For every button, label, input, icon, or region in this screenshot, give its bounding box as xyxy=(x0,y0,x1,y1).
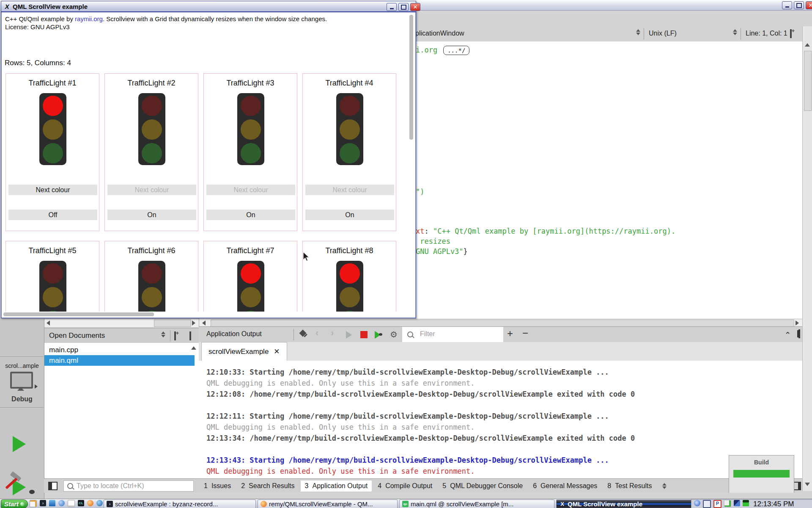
next-colour-button[interactable]: Next colour xyxy=(8,185,97,195)
scroll-right-icon[interactable] xyxy=(192,320,195,326)
project-selector[interactable]: scrol...ample xyxy=(0,362,44,369)
close-icon[interactable]: ✕ xyxy=(806,1,812,9)
pane-layout-icon[interactable] xyxy=(798,329,800,338)
list-item[interactable]: main.cpp xyxy=(44,345,195,355)
power-button[interactable]: Off xyxy=(8,210,97,220)
list-item[interactable]: main.qml xyxy=(44,355,195,366)
raymii-link[interactable]: raymii.org xyxy=(75,15,103,22)
close-tab-icon[interactable]: ✕ xyxy=(274,347,280,356)
zoom-in-icon[interactable]: + xyxy=(507,329,513,338)
clion-icon[interactable]: CL xyxy=(78,500,84,506)
locator-input[interactable]: Type to locate (Ctrl+K) xyxy=(63,480,194,491)
firefox-icon[interactable] xyxy=(261,501,267,507)
monitor-tray-icon[interactable] xyxy=(703,500,711,508)
start-button[interactable]: Start xyxy=(1,500,28,508)
minimize-icon[interactable] xyxy=(782,1,792,9)
run-button[interactable] xyxy=(13,436,26,452)
symbol-sorter-icon[interactable] xyxy=(636,29,640,35)
maximize-icon[interactable] xyxy=(794,1,804,9)
cell-title: TrafficLight #1 xyxy=(6,79,99,88)
build-config-label[interactable]: Debug xyxy=(0,395,44,403)
minimize-icon[interactable] xyxy=(387,3,397,11)
symbol-dropdown[interactable]: plicationWindow xyxy=(415,30,464,37)
pane-button-application-output[interactable]: 3Application Output xyxy=(301,480,372,491)
taskbar-window-4[interactable]: XQML ScrollView example xyxy=(556,500,711,508)
clear-output-icon[interactable] xyxy=(299,330,308,338)
power-button[interactable]: On xyxy=(206,210,295,220)
clipboard-p-icon[interactable]: P xyxy=(713,500,721,508)
target-expand-icon[interactable] xyxy=(35,384,38,389)
taskbar-window-2[interactable]: remy/QMLscrollViewExample - QM... xyxy=(258,500,398,508)
pane-sorter-icon[interactable] xyxy=(662,483,667,489)
scroll-left-icon[interactable] xyxy=(202,320,206,326)
code-line: resizes xyxy=(416,237,450,246)
x11-icon[interactable]: X xyxy=(559,501,565,507)
pane-button-qml-debugger-console[interactable]: 5QML Debugger Console xyxy=(438,480,527,491)
pane-button-general-messages[interactable]: 6General Messages xyxy=(529,480,601,491)
next-colour-button[interactable]: Next colour xyxy=(305,185,394,195)
scroll-up-icon[interactable] xyxy=(805,43,810,47)
sort-icon[interactable] xyxy=(161,331,165,337)
green-light xyxy=(142,143,162,163)
network-icon[interactable] xyxy=(734,500,740,506)
power-button[interactable]: On xyxy=(107,210,196,220)
filter-input[interactable]: Filter xyxy=(402,327,503,342)
next-colour-button[interactable]: Next colour xyxy=(107,185,196,195)
split-editor-icon[interactable] xyxy=(790,29,792,38)
pane-button-search-results[interactable]: 2Search Results xyxy=(237,480,299,491)
debug-target-icon[interactable] xyxy=(10,372,33,389)
editor-vscrollbar[interactable] xyxy=(802,26,812,491)
qtcreator-icon[interactable]: qc xyxy=(402,501,409,507)
gear-icon[interactable]: ⚙ xyxy=(390,329,398,340)
stop-icon[interactable] xyxy=(360,331,368,338)
terminal-icon[interactable]: › xyxy=(107,501,113,507)
firefox-icon[interactable] xyxy=(87,500,93,506)
next-item-icon[interactable]: › xyxy=(331,328,334,339)
search-icon xyxy=(407,331,413,337)
thunderbird-icon[interactable] xyxy=(96,500,103,506)
log-line xyxy=(206,400,802,411)
folded-comment[interactable]: ...*/ xyxy=(443,46,469,55)
maximize-icon[interactable] xyxy=(398,3,409,11)
projects-hscrollbar[interactable] xyxy=(44,319,199,328)
cpu-chart-icon[interactable] xyxy=(743,500,749,506)
app-vscrollbar-thumb[interactable] xyxy=(409,15,413,140)
encoding-sorter-icon[interactable] xyxy=(732,29,737,35)
build-button[interactable] xyxy=(10,474,34,498)
pane-button-compile-output[interactable]: 4Compile Output xyxy=(373,480,436,491)
folder-icon[interactable] xyxy=(49,500,55,506)
terminal-icon[interactable]: › xyxy=(40,500,46,506)
qtcreator-window-controls: ✕ xyxy=(782,1,812,9)
taskbar-window-1[interactable]: ›scrollviewExample : byzanz-record... xyxy=(104,500,256,508)
pane-button-issues[interactable]: 1Issues xyxy=(200,480,235,491)
power-button[interactable]: On xyxy=(305,210,394,220)
scroll-right-icon[interactable] xyxy=(796,320,799,326)
browser-swirl-icon[interactable] xyxy=(58,500,65,506)
app-titlebar[interactable]: X QML ScrollView example ✕ xyxy=(1,1,416,12)
scroll-left-icon[interactable] xyxy=(47,320,50,326)
notepad-icon[interactable] xyxy=(30,500,37,507)
scroll-down-icon[interactable] xyxy=(805,483,810,486)
collapse-pane-icon[interactable]: ⌃ xyxy=(785,330,791,340)
close-pane-icon[interactable] xyxy=(189,331,191,340)
tab-scrollviewexample[interactable]: scrollViewExample ✕ xyxy=(201,342,287,361)
pane-button-test-results[interactable]: 8Test Results xyxy=(603,480,656,491)
close-icon[interactable]: ✕ xyxy=(410,3,420,11)
document-icon[interactable] xyxy=(68,500,75,507)
toggle-sidebar-icon[interactable] xyxy=(48,482,58,490)
zoom-out-icon[interactable]: − xyxy=(522,329,528,337)
run-output-icon[interactable] xyxy=(346,331,352,339)
split-pane-icon[interactable] xyxy=(174,331,176,340)
app-hscrollbar-thumb[interactable] xyxy=(3,312,154,316)
output-log[interactable]: 12:10:33: Starting /home/remy/tmp/build-… xyxy=(199,361,802,478)
cell-title: TrafficLight #3 xyxy=(204,79,297,88)
encoding-dropdown[interactable]: Unix (LF) xyxy=(649,30,677,37)
resource-graph-icon[interactable] xyxy=(724,500,731,507)
next-colour-button[interactable]: Next colour xyxy=(206,185,295,195)
sync-swirl-icon[interactable] xyxy=(694,500,700,506)
open-documents-list: main.cppmain.qml xyxy=(44,343,199,478)
taskbar-window-3[interactable]: qcmain.qml @ scrollViewExample [m... xyxy=(399,500,554,508)
debug-run-small-icon[interactable] xyxy=(375,331,381,339)
prev-item-icon[interactable]: ‹ xyxy=(315,328,318,339)
right-panel-icon[interactable] xyxy=(793,482,801,490)
